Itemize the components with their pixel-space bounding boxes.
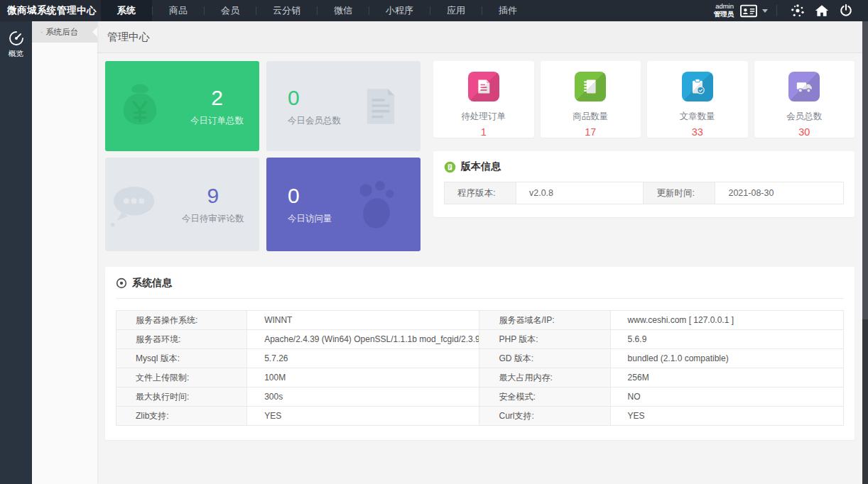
cell-value: Apache/2.4.39 (Win64) OpenSSL/1.1.1b mod… bbox=[247, 330, 479, 348]
stat-card-articles-count[interactable]: 文章数量 33 bbox=[647, 61, 748, 138]
user-role: 管理员 bbox=[714, 11, 734, 18]
update-time-value: 2021-08-30 bbox=[715, 182, 843, 204]
card-value: 0 bbox=[288, 86, 300, 109]
card-value: 9 bbox=[207, 184, 219, 207]
news-icon bbox=[341, 81, 421, 132]
cell-label: 最大执行时间: bbox=[116, 387, 247, 406]
cell-value: NO bbox=[611, 387, 843, 406]
table-row: 文件上传限制: 100M 最大占用内存: 256M bbox=[116, 368, 843, 387]
purple-truck-icon bbox=[788, 72, 820, 101]
divider bbox=[116, 298, 844, 299]
target-icon bbox=[116, 277, 127, 289]
content: 2 今日订单总数 0 今日会员总数 bbox=[97, 53, 862, 448]
sidebar-item-overview[interactable]: 概览 bbox=[0, 26, 32, 62]
card-label: 今日待审评论数 bbox=[182, 213, 244, 225]
cell-value: 5.6.9 bbox=[611, 330, 843, 348]
nav-item-members[interactable]: 会员 bbox=[205, 0, 256, 21]
gauge-icon bbox=[8, 30, 25, 47]
scrollbar-thumb[interactable] bbox=[862, 21, 868, 319]
card-pending-comments[interactable]: 9 今日待审评论数 bbox=[105, 158, 259, 251]
system-info-table: 服务器操作系统: WINNT 服务器域名/IP: www.ceshi.com [… bbox=[116, 310, 844, 426]
stat-card-goods-count[interactable]: 商品数量 17 bbox=[541, 61, 641, 138]
bullet-icon: · bbox=[40, 28, 43, 36]
card-value-block: 0 今日访问量 bbox=[266, 184, 332, 225]
comments-icon bbox=[105, 176, 166, 233]
cell-label: 文件上传限制: bbox=[116, 368, 247, 387]
card-value: 0 bbox=[288, 184, 300, 207]
stat-value: 30 bbox=[798, 126, 810, 138]
update-time-label: 更新时间: bbox=[644, 182, 715, 204]
nav-item-goods[interactable]: 商品 bbox=[153, 0, 204, 21]
table-row: Zlib支持: YES Curl支持: YES bbox=[116, 407, 843, 425]
scrollbar[interactable] bbox=[862, 21, 868, 484]
green-doc-badge-icon bbox=[444, 161, 456, 173]
money-bag-icon bbox=[105, 79, 175, 134]
stat-card-members-total[interactable]: 会员总数 30 bbox=[754, 61, 855, 138]
system-info-title-text: 系统信息 bbox=[132, 277, 172, 290]
power-icon[interactable] bbox=[834, 4, 858, 18]
cell-value: www.ceshi.com [ 127.0.0.1 ] bbox=[611, 311, 843, 329]
stat-value: 17 bbox=[585, 126, 596, 138]
nav-item-plugins[interactable]: 插件 bbox=[482, 0, 533, 21]
stat-value: 1 bbox=[481, 126, 487, 138]
cell-label: 服务器域名/IP: bbox=[479, 311, 610, 329]
topbar-divider bbox=[776, 5, 777, 16]
summary-cards: 2 今日订单总数 0 今日会员总数 bbox=[105, 61, 421, 251]
cell-label: Zlib支持: bbox=[116, 407, 247, 425]
page-title: 管理中心 bbox=[107, 31, 150, 44]
stat-label: 会员总数 bbox=[786, 111, 822, 123]
sidebar: 概览 bbox=[0, 21, 32, 484]
card-today-members[interactable]: 0 今日会员总数 bbox=[266, 61, 421, 151]
id-card-icon[interactable] bbox=[739, 3, 758, 18]
cell-value: WINNT bbox=[247, 311, 479, 329]
cell-label: PHP 版本: bbox=[479, 330, 610, 348]
card-today-visits[interactable]: 0 今日访问量 bbox=[266, 158, 421, 251]
stat-label: 待处理订单 bbox=[462, 111, 506, 123]
card-value: 2 bbox=[211, 86, 223, 109]
card-today-orders[interactable]: 2 今日订单总数 bbox=[105, 61, 259, 151]
cell-label: Curl支持: bbox=[479, 407, 610, 425]
cell-value: bundled (2.1.0 compatible) bbox=[611, 349, 843, 368]
cell-value: 256M bbox=[611, 368, 843, 387]
app-title-text: 微商城系统管理中心 bbox=[7, 4, 97, 17]
app-title: 微商城系统管理中心 bbox=[0, 0, 98, 21]
nav-item-distribution[interactable]: 云分销 bbox=[256, 0, 317, 21]
stat-label: 商品数量 bbox=[573, 111, 608, 123]
cell-label: Mysql 版本: bbox=[116, 349, 247, 368]
cell-label: 服务器环境: bbox=[116, 330, 247, 348]
stat-card-pending-orders[interactable]: 待处理订单 1 bbox=[433, 61, 534, 138]
system-info-title: 系统信息 bbox=[116, 277, 844, 290]
topbar-right: admin 管理员 bbox=[714, 0, 868, 21]
cell-value: YES bbox=[611, 407, 843, 425]
caret-down-icon[interactable] bbox=[762, 9, 768, 16]
nav-item-miniprogram[interactable]: 小程序 bbox=[369, 0, 430, 21]
nav-item-wechat[interactable]: 微信 bbox=[318, 0, 369, 21]
main-area: 管理中心 2 今日订单总数 0 今日会员总数 bbox=[97, 21, 862, 484]
home-icon[interactable] bbox=[810, 4, 834, 18]
paw-icon bbox=[332, 172, 421, 236]
sidebar-item-label: 概览 bbox=[9, 49, 23, 59]
user-name: admin 管理员 bbox=[714, 3, 734, 18]
clear-cache-icon[interactable] bbox=[786, 3, 810, 18]
card-value-block: 0 今日会员总数 bbox=[266, 86, 341, 127]
secondary-menu: · 系统后台 bbox=[32, 21, 97, 484]
table-row: 最大执行时间: 300s 安全模式: NO bbox=[116, 387, 843, 407]
cell-label: 安全模式: bbox=[479, 387, 610, 406]
main-nav: 系统 商品 会员 云分销 微信 小程序 应用 插件 bbox=[101, 0, 533, 21]
version-info-card: 版本信息 程序版本: v2.0.8 更新时间: 2021-08-30 bbox=[433, 151, 855, 217]
version-value: v2.0.8 bbox=[516, 182, 644, 204]
topbar: 微商城系统管理中心 系统 商品 会员 云分销 微信 小程序 应用 插件 admi… bbox=[0, 0, 868, 21]
table-row: Mysql 版本: 5.7.26 GD 版本: bundled (2.1.0 c… bbox=[116, 349, 843, 368]
cell-label: 服务器操作系统: bbox=[116, 311, 247, 329]
stat-label: 文章数量 bbox=[680, 111, 715, 123]
nav-item-system[interactable]: 系统 bbox=[101, 0, 152, 21]
blue-clipboard-check-icon bbox=[682, 72, 713, 101]
right-column: 待处理订单 1 商品数量 17 文章数量 bbox=[433, 61, 855, 251]
card-value-block: 2 今日订单总数 bbox=[175, 86, 259, 127]
secondary-menu-item-system-backend[interactable]: · 系统后台 bbox=[32, 21, 97, 43]
page-header: 管理中心 bbox=[97, 21, 862, 53]
cell-value: YES bbox=[247, 407, 479, 425]
nav-item-apps[interactable]: 应用 bbox=[430, 0, 482, 21]
version-info-title: 版本信息 bbox=[444, 160, 844, 173]
cell-value: 300s bbox=[247, 387, 479, 406]
